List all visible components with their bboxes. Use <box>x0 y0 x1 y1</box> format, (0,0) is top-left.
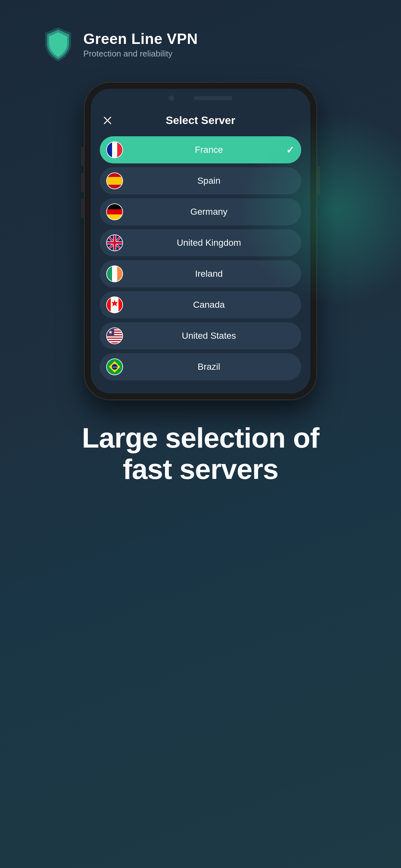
screen-header: Select Server <box>100 114 301 127</box>
svg-rect-8 <box>107 209 122 214</box>
svg-rect-18 <box>107 242 122 244</box>
svg-rect-2 <box>107 142 112 158</box>
selected-checkmark: ✓ <box>286 144 294 156</box>
screen-content: Select Server France <box>91 104 310 393</box>
svg-rect-32 <box>107 341 122 342</box>
server-item-france[interactable]: France ✓ <box>100 136 301 163</box>
flag-canada <box>106 297 123 313</box>
server-name-ireland: Ireland <box>123 269 295 279</box>
speaker-bar <box>194 96 233 100</box>
shield-icon <box>42 26 74 63</box>
tagline-text: Large selection of fast servers <box>82 423 319 485</box>
server-item-canada[interactable]: Canada <box>100 291 301 318</box>
phone-mockup: Select Server France <box>84 82 317 400</box>
screen-title: Select Server <box>166 114 235 127</box>
server-item-ireland[interactable]: Ireland <box>100 260 301 287</box>
svg-rect-4 <box>117 142 122 158</box>
phone-top-bar <box>91 89 310 104</box>
flag-brazil: ★★★ <box>106 359 123 375</box>
server-name-spain: Spain <box>123 176 295 186</box>
svg-rect-22 <box>107 297 111 313</box>
bottom-tagline: Large selection of fast servers <box>56 423 345 485</box>
flag-germany <box>106 204 123 220</box>
svg-rect-20 <box>112 266 117 282</box>
camera-dot <box>168 95 174 101</box>
close-button[interactable] <box>100 113 115 128</box>
server-item-germany[interactable]: Germany <box>100 198 301 225</box>
svg-rect-30 <box>107 337 122 338</box>
flag-united-states: ★ <box>106 328 123 344</box>
svg-rect-24 <box>119 297 122 313</box>
app-tagline: Protection and reliability <box>83 49 198 59</box>
svg-text:★: ★ <box>108 330 113 335</box>
svg-rect-19 <box>107 266 112 282</box>
server-item-spain[interactable]: Spain <box>100 167 301 194</box>
flag-ireland <box>106 266 123 282</box>
server-name-united-kingdom: United Kingdom <box>123 238 295 248</box>
svg-rect-9 <box>107 214 122 220</box>
svg-text:★★★: ★★★ <box>112 366 117 368</box>
svg-rect-7 <box>107 204 122 209</box>
svg-rect-6 <box>107 177 122 185</box>
server-item-united-kingdom[interactable]: United Kingdom <box>100 229 301 256</box>
app-name: Green Line VPN <box>83 30 198 48</box>
flag-united-kingdom <box>106 235 123 251</box>
server-name-brazil: Brazil <box>123 362 295 372</box>
server-name-germany: Germany <box>123 207 295 217</box>
server-name-france: France <box>123 145 295 155</box>
flag-spain <box>106 173 123 189</box>
server-name-united-states: United States <box>123 331 295 341</box>
svg-rect-3 <box>112 142 117 158</box>
app-title-group: Green Line VPN Protection and reliabilit… <box>83 30 198 59</box>
server-item-brazil[interactable]: ★★★ Brazil <box>100 353 301 380</box>
svg-rect-21 <box>117 266 122 282</box>
server-list: France ✓ Spain <box>100 136 301 380</box>
svg-rect-31 <box>107 339 122 340</box>
flag-france <box>106 142 123 158</box>
server-item-united-states[interactable]: ★ United States <box>100 322 301 349</box>
app-header: Green Line VPN Protection and reliabilit… <box>0 0 198 63</box>
server-name-canada: Canada <box>123 300 295 310</box>
